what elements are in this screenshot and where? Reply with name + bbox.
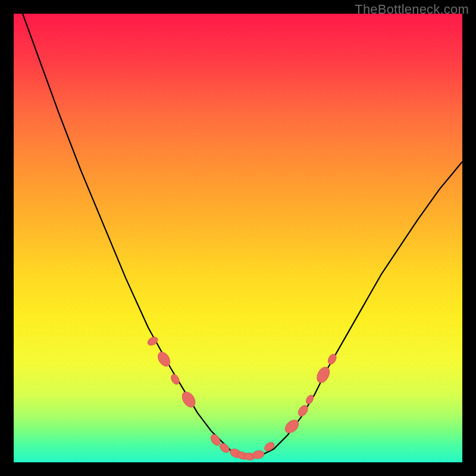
highlight-marker [283, 418, 301, 436]
watermark-text: TheBottleneck.com [355, 2, 469, 17]
chart-plot-area [14, 14, 462, 462]
highlight-marker [252, 450, 265, 460]
highlight-marker [146, 336, 159, 347]
highlight-marker [327, 353, 338, 365]
highlight-marker [315, 365, 332, 384]
highlight-marker [296, 403, 309, 418]
highlight-marker [209, 433, 222, 447]
highlight-marker [263, 441, 276, 453]
highlight-marker [243, 452, 255, 461]
bottleneck-curve [23, 14, 462, 457]
highlight-marker [170, 373, 181, 386]
highlight-marker [180, 390, 198, 409]
highlight-marker [228, 447, 243, 459]
marker-group [146, 336, 338, 461]
highlight-marker [305, 394, 315, 405]
highlight-marker [218, 441, 231, 454]
chart-svg [14, 14, 462, 462]
highlight-marker [156, 350, 173, 368]
highlight-marker [236, 450, 249, 461]
